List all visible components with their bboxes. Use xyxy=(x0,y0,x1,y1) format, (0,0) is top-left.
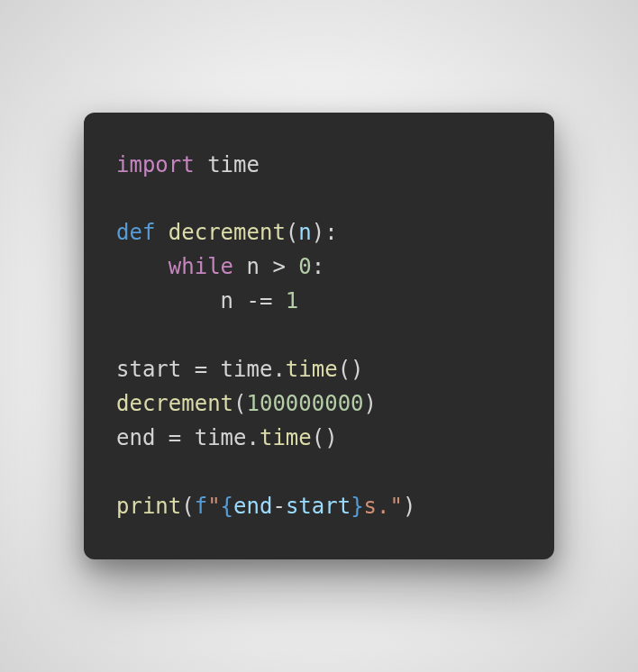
param-n: n xyxy=(298,220,311,245)
fstring-prefix: f xyxy=(195,494,207,519)
code-card: import time def decrement(n): while n > … xyxy=(84,113,554,560)
decrement-call: decrement xyxy=(116,391,233,416)
dot: . xyxy=(272,357,285,382)
space xyxy=(155,220,168,245)
paren-close: ) xyxy=(364,391,377,416)
space xyxy=(286,254,298,279)
colon: : xyxy=(312,254,324,279)
indent xyxy=(116,254,169,279)
op-minus-eq: -= xyxy=(247,288,273,313)
parens: () xyxy=(338,357,364,382)
paren-close: ) xyxy=(312,220,324,245)
print-call: print xyxy=(116,494,181,519)
paren-close: ) xyxy=(403,494,415,519)
space xyxy=(272,288,285,313)
brace-close: } xyxy=(351,494,363,519)
code-block: import time def decrement(n): while n > … xyxy=(116,149,522,524)
time-module: time xyxy=(181,425,246,450)
indent-var: n xyxy=(116,288,247,313)
op-eq: = xyxy=(169,425,181,450)
parens: () xyxy=(312,425,338,450)
time-call: time xyxy=(260,425,312,450)
num-large: 100000000 xyxy=(247,391,364,416)
quote-open: " xyxy=(207,494,220,519)
function-name: decrement xyxy=(169,220,286,245)
paren-open: ( xyxy=(181,494,194,519)
paren-open: ( xyxy=(286,220,298,245)
time-call: time xyxy=(286,357,338,382)
str-suffix: s. xyxy=(364,494,390,519)
op-gt: > xyxy=(272,254,285,279)
quote-close: " xyxy=(389,494,402,519)
var-start: start xyxy=(116,357,195,382)
op-eq: = xyxy=(195,357,207,382)
keyword-while: while xyxy=(169,254,233,279)
keyword-def: def xyxy=(116,220,155,245)
num-one: 1 xyxy=(286,288,298,313)
op-minus: - xyxy=(272,494,285,519)
time-module: time xyxy=(207,357,272,382)
var-end: end xyxy=(116,425,169,450)
colon: : xyxy=(324,220,337,245)
paren-open: ( xyxy=(233,391,246,416)
var-start: start xyxy=(286,494,351,519)
brace-open: { xyxy=(221,494,233,519)
num-zero: 0 xyxy=(298,254,311,279)
keyword-import: import xyxy=(116,152,195,177)
var-end: end xyxy=(233,494,272,519)
dot: . xyxy=(247,425,260,450)
var-n: n xyxy=(233,254,272,279)
module-name: time xyxy=(195,152,260,177)
